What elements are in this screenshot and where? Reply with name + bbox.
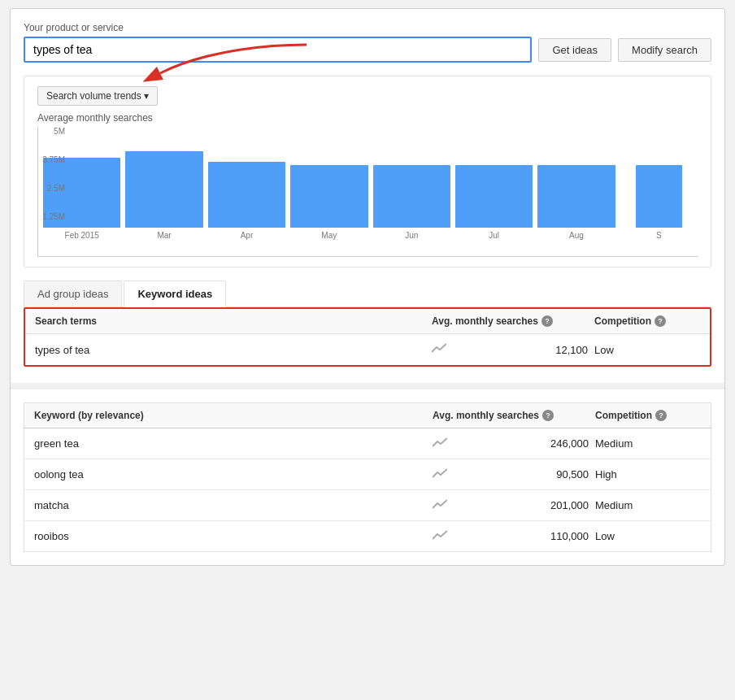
chart-header: Search volume trends ▾ [37, 86, 698, 106]
search-terms-header-row: Search terms Avg. monthly searches ? Com… [25, 309, 710, 334]
kw-competition-2: Medium [595, 499, 701, 511]
keyword-row-1: oolong tea 90,500 High [24, 459, 711, 490]
tab-ad-group-ideas[interactable]: Ad group ideas [24, 280, 122, 307]
competition-info-icon[interactable]: ? [655, 315, 666, 327]
keyword-2: matcha [34, 499, 433, 511]
bar-apr [208, 162, 285, 228]
keyword-row-3: rooibos 110,000 Low [24, 521, 711, 552]
search-terms-col-header: Search terms [35, 315, 432, 327]
search-term-searches-0: 12,100 [453, 344, 594, 356]
bar-jun [373, 165, 450, 228]
tab-keyword-ideas[interactable]: Keyword ideas [124, 280, 226, 307]
keywords-section: Keyword (by relevance) Avg. monthly sear… [24, 402, 711, 552]
kw-competition-0: Medium [595, 437, 701, 450]
trend-icon-kw-3 [433, 529, 447, 543]
get-ideas-button[interactable]: Get ideas [538, 38, 611, 62]
bar-label-jun: Jun [405, 231, 418, 240]
bar-group-jun: Jun [373, 165, 450, 240]
kw-searches-3: 110,000 [454, 530, 595, 542]
bar-group-apr: Apr [208, 162, 285, 240]
search-input[interactable] [24, 37, 532, 63]
bar-label-mar: Mar [157, 231, 171, 240]
bar-sep [636, 165, 682, 228]
avg-searches-col-header: Avg. monthly searches ? [432, 315, 594, 327]
keyword-col-header: Keyword (by relevance) [34, 410, 433, 421]
modify-search-button[interactable]: Modify search [618, 38, 711, 62]
bar-label-may: May [321, 231, 337, 240]
input-row: Get ideas Modify search [24, 37, 711, 63]
trend-icon-kw-1 [433, 467, 447, 481]
bar-jul [455, 165, 533, 228]
kw-competition-3: Low [595, 530, 701, 542]
kw-searches-2: 201,000 [454, 499, 595, 511]
kw-avg-searches-col-header: Avg. monthly searches ? [433, 410, 595, 421]
bar-group-mar: Mar [125, 151, 202, 240]
chart-subtitle: Average monthly searches [37, 112, 698, 124]
y-label-25m: 2.5M [47, 184, 65, 193]
avg-searches-info-icon[interactable]: ? [541, 315, 553, 327]
kw-avg-searches-info-icon[interactable]: ? [542, 410, 554, 421]
search-term-competition-0: Low [594, 344, 700, 356]
bar-group-aug: Aug [537, 165, 615, 240]
bar-mar [125, 151, 202, 228]
section-divider [11, 383, 724, 389]
kw-searches-0: 246,000 [454, 437, 595, 450]
kw-competition-1: High [595, 468, 701, 480]
trend-icon-search-0 [432, 342, 446, 357]
kw-competition-col-header: Competition ? [595, 410, 701, 421]
bar-label-jul: Jul [489, 231, 499, 240]
trend-icon-kw-2 [433, 498, 447, 512]
competition-col-header: Competition ? [594, 315, 700, 327]
keyword-row-0: green tea 246,000 Medium [24, 428, 711, 459]
keywords-header-row: Keyword (by relevance) Avg. monthly sear… [24, 402, 711, 428]
keyword-1: oolong tea [34, 468, 433, 480]
bar-label-feb2015: Feb 2015 [65, 231, 99, 240]
chart-area: 5M 3.75M 2.5M 1.25M Feb 2015 Mar [37, 127, 698, 257]
bar-group-jul: Jul [455, 165, 533, 240]
main-container: Your product or service Get ideas Modify… [10, 8, 725, 566]
bar-may [290, 165, 368, 228]
y-label-375m: 3.75M [42, 155, 65, 164]
trend-icon-kw-0 [433, 437, 447, 450]
search-terms-table: Search terms Avg. monthly searches ? Com… [24, 307, 711, 367]
bar-label-sep: S [656, 231, 662, 240]
tabs-row: Ad group ideas Keyword ideas [24, 280, 711, 307]
chart-section: Search volume trends ▾ Average monthly s… [24, 76, 711, 267]
kw-searches-1: 90,500 [454, 468, 595, 480]
chart-dropdown-button[interactable]: Search volume trends ▾ [37, 86, 158, 106]
bar-label-aug: Aug [569, 231, 584, 240]
bar-group-may: May [290, 165, 368, 240]
product-label: Your product or service [24, 22, 711, 33]
keyword-0: green tea [34, 437, 433, 450]
keyword-row-2: matcha 201,000 Medium [24, 490, 711, 521]
bar-group-sep: S [620, 165, 698, 240]
top-section: Your product or service Get ideas Modify… [24, 22, 711, 63]
keyword-3: rooibos [34, 530, 433, 542]
bar-label-apr: Apr [241, 231, 254, 240]
bar-aug [537, 165, 615, 228]
y-label-125m: 1.25M [42, 212, 65, 221]
kw-competition-info-icon[interactable]: ? [655, 410, 667, 421]
y-label-5m: 5M [54, 127, 65, 136]
search-term-keyword-0: types of tea [35, 344, 432, 356]
y-axis-labels: 5M 3.75M 2.5M 1.25M [37, 127, 68, 241]
search-terms-row-0: types of tea 12,100 Low [25, 334, 710, 365]
